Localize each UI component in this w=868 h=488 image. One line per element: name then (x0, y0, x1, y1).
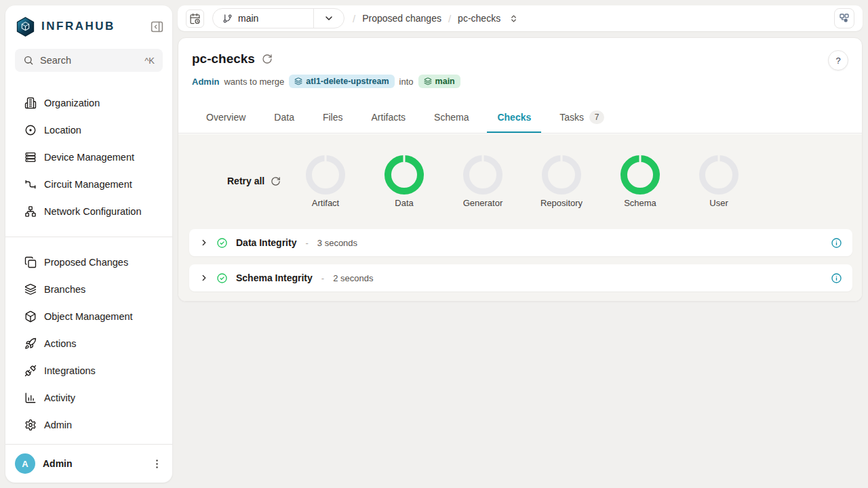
tab-overview[interactable]: Overview (196, 103, 256, 133)
nav-group-primary: Organization Location Device Management … (5, 89, 172, 225)
breadcrumb: / Proposed changes / pc-checks (353, 13, 519, 24)
sidebar-item-label: Network Configuration (44, 206, 141, 217)
chevrons-up-down-icon[interactable] (509, 14, 519, 24)
sidebar-item-label: Admin (44, 420, 72, 430)
check-row-data-integrity[interactable]: Data Integrity - 3 seconds (189, 229, 852, 256)
user-name: Admin (43, 458, 144, 469)
schema-visualizer-button[interactable] (834, 8, 854, 28)
sidebar-item-integrations[interactable]: Integrations (5, 357, 172, 384)
check-duration: 2 seconds (333, 273, 373, 283)
sidebar-item-label: Branches (44, 284, 85, 295)
check-separator: - (305, 238, 308, 248)
info-icon[interactable] (831, 272, 842, 284)
layers-icon (424, 77, 432, 85)
sidebar-item-label: Circuit Management (44, 179, 132, 190)
branch-selector-current[interactable]: main (213, 13, 313, 24)
layers-icon (24, 283, 37, 296)
layers-icon (294, 77, 302, 85)
tab-checks[interactable]: Checks (487, 103, 541, 133)
donut-label-schema: Schema (599, 198, 681, 208)
sidebar-item-proposed-changes[interactable]: Proposed Changes (5, 249, 172, 276)
check-row-schema-integrity[interactable]: Schema Integrity - 2 seconds (189, 264, 852, 291)
sidebar-item-organization[interactable]: Organization (5, 89, 172, 117)
search-icon (23, 55, 34, 66)
refresh-icon (271, 176, 281, 186)
sidebar-item-actions[interactable]: Actions (5, 330, 172, 357)
page-title: pc-checks (192, 52, 255, 66)
check-circle-icon (216, 272, 228, 284)
donut-label-repository: Repository (521, 198, 602, 208)
breadcrumb-separator: / (353, 13, 355, 24)
sidebar-item-label: Object Management (44, 311, 133, 322)
donut-generator (463, 155, 502, 195)
nav-group-secondary: Proposed Changes Branches Object Managem… (5, 249, 172, 439)
search-placeholder: Search (40, 55, 138, 66)
donut-label-user: User (678, 198, 760, 208)
plug-icon (24, 365, 37, 377)
breadcrumb-pc-checks[interactable]: pc-checks (458, 13, 500, 24)
sidebar-item-label: Activity (44, 392, 75, 403)
time-travel-button[interactable] (186, 9, 204, 28)
search-input[interactable]: Search ^K (15, 49, 163, 72)
donut-schema (620, 155, 660, 195)
donut-artifact (306, 155, 345, 195)
merge-text: wants to merge (224, 77, 284, 87)
sidebar-item-activity[interactable]: Activity (5, 384, 172, 411)
diff-icon (24, 256, 37, 268)
current-branch-label: main (238, 13, 258, 24)
user-menu[interactable]: A Admin (5, 444, 172, 483)
sidebar-item-admin[interactable]: Admin (5, 411, 172, 439)
sidebar-item-label: Location (44, 125, 81, 136)
kebab-menu-icon[interactable] (151, 458, 163, 470)
sidebar-item-object-management[interactable]: Object Management (5, 303, 172, 330)
sidebar-item-label: Integrations (44, 365, 96, 376)
rocket-icon (24, 338, 37, 350)
tab-schema[interactable]: Schema (424, 103, 479, 133)
check-name: Schema Integrity (236, 272, 313, 283)
sidebar-item-circuit-management[interactable]: Circuit Management (5, 171, 172, 198)
sidebar-item-label: Proposed Changes (44, 257, 128, 268)
infrahub-logo-icon (15, 16, 36, 37)
tab-artifacts[interactable]: Artifacts (361, 103, 416, 133)
info-icon[interactable] (831, 237, 842, 249)
search-shortcut: ^K (144, 56, 155, 66)
chevron-right-icon[interactable] (199, 238, 209, 247)
cube-icon (24, 310, 37, 323)
retry-all-label: Retry all (227, 176, 264, 186)
sidebar-item-location[interactable]: Location (5, 117, 172, 144)
author-link[interactable]: Admin (192, 77, 219, 87)
breadcrumb-proposed-changes[interactable]: Proposed changes (362, 13, 441, 24)
collapse-sidebar-icon[interactable] (150, 20, 164, 34)
into-text: into (399, 77, 414, 87)
refresh-icon[interactable] (262, 54, 273, 64)
checks-tab-panel: Retry all Artifact Data Generator Reposi… (178, 134, 862, 301)
map-pin-icon (24, 124, 37, 136)
proposed-change-panel: pc-checks ? Admin wants to merge atl1-de… (178, 37, 863, 302)
donut-label-generator: Generator (442, 198, 524, 208)
tab-data[interactable]: Data (264, 103, 304, 133)
sidebar-divider (5, 237, 172, 237)
bar-chart-icon (24, 392, 37, 404)
sidebar-item-device-management[interactable]: Device Management (5, 144, 172, 171)
branch-selector[interactable]: main (212, 8, 344, 28)
network-icon (24, 205, 37, 218)
sidebar-item-label: Actions (44, 338, 77, 349)
help-button[interactable]: ? (828, 50, 848, 70)
git-branch-icon (222, 14, 233, 24)
workflow-icon (838, 12, 850, 24)
target-branch-badge[interactable]: main (418, 75, 460, 88)
chevron-right-icon[interactable] (199, 273, 209, 283)
sidebar-item-label: Organization (44, 98, 100, 108)
tab-tasks[interactable]: Tasks 7 (549, 103, 614, 133)
sidebar-item-label: Device Management (44, 152, 134, 163)
sidebar-item-network-configuration[interactable]: Network Configuration (5, 198, 172, 225)
building-icon (24, 97, 37, 109)
sidebar-item-branches[interactable]: Branches (5, 276, 172, 303)
tab-bar: Overview Data Files Artifacts Schema Che… (178, 103, 862, 134)
source-branch-badge[interactable]: atl1-delete-upstream (289, 75, 394, 88)
branch-dropdown-toggle[interactable] (313, 9, 344, 28)
tab-files[interactable]: Files (313, 103, 353, 133)
donut-label-data: Data (363, 198, 445, 208)
calendar-clock-icon (189, 13, 201, 24)
retry-all-button[interactable]: Retry all (227, 176, 281, 186)
